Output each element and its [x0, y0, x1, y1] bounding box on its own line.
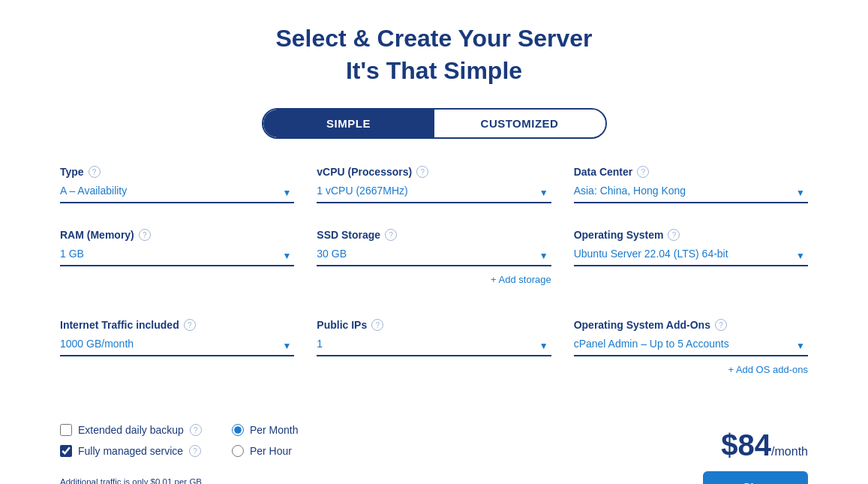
form-row-1: Type ? A – Availability ▼ vCPU (Processo…: [60, 166, 808, 221]
ram-select-wrapper[interactable]: 1 GB ▼: [60, 247, 294, 266]
backup-checkbox[interactable]: [60, 424, 72, 436]
tab-customized[interactable]: CUSTOMIZED: [434, 110, 605, 137]
hero-section: Select & Create Your Server It's That Si…: [60, 23, 808, 87]
traffic-value: 1000 GB/month: [60, 338, 134, 350]
os-addons-select-wrapper[interactable]: cPanel Admin – Up to 5 Accounts ▼: [574, 337, 808, 356]
managed-checkbox[interactable]: [60, 445, 72, 457]
per-month-radio[interactable]: [232, 424, 244, 436]
managed-help-icon[interactable]: ?: [189, 445, 201, 457]
ssd-value: 30 GB: [317, 248, 347, 260]
os-select-wrapper[interactable]: Ubuntu Server 22.04 (LTS) 64-bit ▼: [574, 247, 808, 266]
os-value: Ubuntu Server 22.04 (LTS) 64-bit: [574, 248, 728, 260]
os-addons-value: cPanel Admin – Up to 5 Accounts: [574, 338, 729, 350]
field-public-ips: Public IPs ? 1 ▼: [317, 319, 551, 383]
public-ips-chevron-icon: ▼: [539, 341, 548, 351]
field-os-addons: Operating System Add-Ons ? cPanel Admin …: [574, 319, 808, 383]
datacenter-chevron-icon: ▼: [796, 188, 805, 198]
price-signup-area: $84/month Sign Up: [703, 428, 808, 484]
vcpu-value: 1 vCPU (2667MHz): [317, 185, 407, 197]
tab-pill: SIMPLE CUSTOMIZED: [262, 108, 607, 139]
price-period: /month: [771, 445, 808, 458]
managed-label: Fully managed service: [78, 445, 183, 457]
form-row-2: RAM (Memory) ? 1 GB ▼ SSD Storage ? 30 G…: [60, 229, 808, 311]
ram-chevron-icon: ▼: [282, 251, 291, 261]
hero-title-line1: Select & Create Your Server: [275, 25, 592, 52]
field-os: Operating System ? Ubuntu Server 22.04 (…: [574, 229, 808, 293]
field-type: Type ? A – Availability ▼: [60, 166, 294, 203]
datacenter-value: Asia: China, Hong Kong: [574, 185, 686, 197]
os-help-icon[interactable]: ?: [668, 229, 680, 241]
field-vcpu: vCPU (Processors) ? 1 vCPU (2667MHz) ▼: [317, 166, 551, 203]
os-chevron-icon: ▼: [796, 251, 805, 261]
traffic-chevron-icon: ▼: [282, 341, 291, 351]
per-month-label: Per Month: [250, 424, 299, 436]
ram-value: 1 GB: [60, 248, 84, 260]
datacenter-select-wrapper[interactable]: Asia: China, Hong Kong ▼: [574, 184, 808, 203]
options-row: Extended daily backup ? Fully managed se…: [60, 424, 298, 457]
type-help-icon[interactable]: ?: [89, 166, 101, 178]
footer-line1: Additional traffic is only $0.01 per GB: [60, 475, 298, 484]
ssd-chevron-icon: ▼: [539, 251, 548, 261]
ssd-select-wrapper[interactable]: 30 GB ▼: [317, 247, 551, 266]
ram-label: RAM (Memory): [60, 229, 134, 241]
add-os-link[interactable]: + Add OS add-ons: [728, 364, 808, 375]
public-ips-value: 1: [317, 338, 323, 350]
per-month-radio-item: Per Month: [232, 424, 299, 436]
type-value: A – Availability: [60, 185, 127, 197]
per-hour-label: Per Hour: [250, 445, 292, 457]
footer-info: Additional traffic is only $0.01 per GB …: [60, 475, 298, 484]
tab-simple[interactable]: SIMPLE: [263, 110, 434, 137]
price-amount: $84: [721, 428, 771, 461]
os-addons-chevron-icon: ▼: [796, 341, 805, 351]
traffic-select-wrapper[interactable]: 1000 GB/month ▼: [60, 337, 294, 356]
field-ram: RAM (Memory) ? 1 GB ▼: [60, 229, 294, 293]
type-label: Type: [60, 166, 84, 178]
signup-button[interactable]: Sign Up: [703, 471, 808, 484]
public-ips-select-wrapper[interactable]: 1 ▼: [317, 337, 551, 356]
options-left: Extended daily backup ? Fully managed se…: [60, 409, 298, 484]
bottom-section: Extended daily backup ? Fully managed se…: [60, 409, 808, 484]
os-addons-help-icon[interactable]: ?: [715, 319, 727, 331]
vcpu-chevron-icon: ▼: [539, 188, 548, 198]
backup-label: Extended daily backup: [78, 424, 184, 436]
managed-checkbox-item: Fully managed service ?: [60, 445, 202, 457]
type-select-wrapper[interactable]: A – Availability ▼: [60, 184, 294, 203]
ssd-label: SSD Storage: [317, 229, 380, 241]
field-traffic: Internet Traffic included ? 1000 GB/mont…: [60, 319, 294, 383]
vcpu-help-icon[interactable]: ?: [416, 166, 428, 178]
vcpu-select-wrapper[interactable]: 1 vCPU (2667MHz) ▼: [317, 184, 551, 203]
os-addons-label: Operating System Add-Ons: [574, 319, 710, 331]
tab-switcher: SIMPLE CUSTOMIZED: [60, 108, 808, 139]
vcpu-label: vCPU (Processors): [317, 166, 412, 178]
os-label: Operating System: [574, 229, 664, 241]
per-hour-radio-item: Per Hour: [232, 445, 299, 457]
hero-title-line2: It's That Simple: [346, 57, 522, 84]
type-chevron-icon: ▼: [282, 188, 291, 198]
ssd-help-icon[interactable]: ?: [385, 229, 397, 241]
field-ssd: SSD Storage ? 30 GB ▼ + Add storage: [317, 229, 551, 293]
field-datacenter: Data Center ? Asia: China, Hong Kong ▼: [574, 166, 808, 203]
checkbox-group: Extended daily backup ? Fully managed se…: [60, 424, 202, 457]
backup-checkbox-item: Extended daily backup ?: [60, 424, 202, 436]
ram-help-icon[interactable]: ?: [139, 229, 151, 241]
radio-group: Per Month Per Hour: [232, 424, 299, 457]
public-ips-help-icon[interactable]: ?: [371, 319, 383, 331]
price-display: $84/month: [721, 428, 808, 462]
backup-help-icon[interactable]: ?: [190, 424, 202, 436]
add-storage-link[interactable]: + Add storage: [491, 274, 551, 285]
form-row-3: Internet Traffic included ? 1000 GB/mont…: [60, 319, 808, 401]
datacenter-label: Data Center: [574, 166, 633, 178]
public-ips-label: Public IPs: [317, 319, 367, 331]
datacenter-help-icon[interactable]: ?: [637, 166, 649, 178]
per-hour-radio[interactable]: [232, 445, 244, 457]
traffic-label: Internet Traffic included: [60, 319, 179, 331]
traffic-help-icon[interactable]: ?: [184, 319, 196, 331]
